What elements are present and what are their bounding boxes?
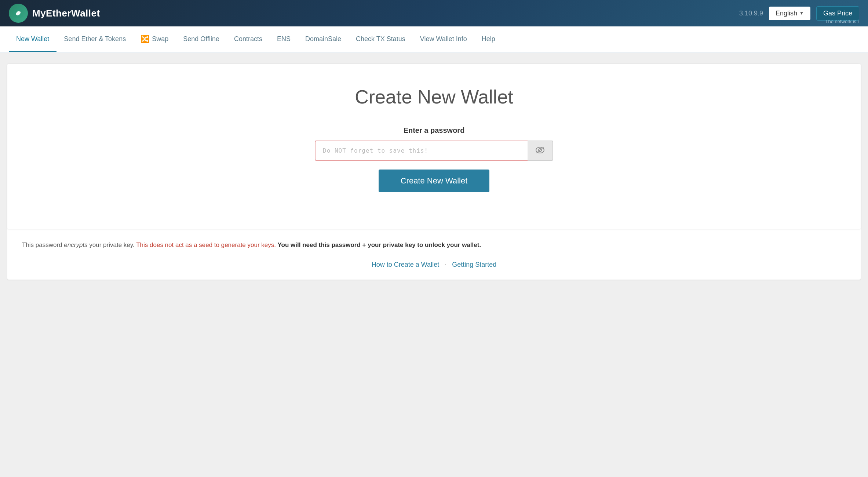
page-background: Create New Wallet Enter a password (0, 53, 868, 477)
nav-item-send-ether[interactable]: Send Ether & Tokens (56, 27, 133, 52)
info-text-bold: You will need this password + your priva… (276, 241, 481, 248)
version-label: 3.10.9.9 (739, 10, 763, 17)
nav-item-help[interactable]: Help (474, 27, 503, 52)
create-wallet-card: Create New Wallet Enter a password (7, 64, 861, 229)
info-text-3: your private key. (88, 241, 136, 248)
header: MyEtherWallet 3.10.9.9 English ▼ Gas Pri… (0, 0, 868, 26)
password-input-row (22, 141, 846, 161)
logo-icon (9, 4, 28, 23)
logo-area: MyEtherWallet (9, 4, 100, 23)
nav-item-swap[interactable]: 🔀 Swap (133, 26, 176, 52)
gas-price-button[interactable]: Gas Price (816, 6, 859, 21)
nav-item-view-wallet[interactable]: View Wallet Info (413, 27, 474, 52)
info-text-2: encrypts (64, 241, 87, 248)
main-nav: New Wallet Send Ether & Tokens 🔀 Swap Se… (0, 26, 868, 53)
app-name: MyEtherWallet (32, 8, 100, 19)
main-card: Create New Wallet Enter a password (7, 64, 861, 280)
link-separator: · (445, 261, 446, 268)
password-input[interactable] (315, 141, 528, 161)
nav-item-contracts[interactable]: Contracts (227, 27, 270, 52)
page-title: Create New Wallet (22, 86, 846, 108)
nav-item-check-tx[interactable]: Check TX Status (349, 27, 413, 52)
info-text-1: This password (22, 241, 64, 248)
getting-started-link[interactable]: Getting Started (452, 261, 496, 268)
create-wallet-button[interactable]: Create New Wallet (379, 170, 490, 192)
nav-item-domain-sale[interactable]: DomainSale (298, 27, 349, 52)
footer-area: This password encrypts your private key.… (7, 229, 861, 280)
nav-item-send-offline[interactable]: Send Offline (176, 27, 227, 52)
swap-icon: 🔀 (141, 34, 150, 43)
header-controls: 3.10.9.9 English ▼ Gas Price (739, 6, 859, 21)
info-text-red: This does not act as a seed to generate … (136, 241, 276, 248)
eye-icon (536, 146, 544, 156)
language-selector[interactable]: English ▼ (769, 7, 810, 20)
nav-item-new-wallet[interactable]: New Wallet (9, 27, 56, 52)
nav-item-ens[interactable]: ENS (270, 27, 298, 52)
footer-links: How to Create a Wallet · Getting Started (22, 261, 846, 269)
toggle-password-button[interactable] (528, 141, 553, 161)
language-label: English (776, 10, 797, 17)
chevron-down-icon: ▼ (799, 11, 804, 16)
network-status: The network is r (825, 19, 859, 24)
how-to-create-link[interactable]: How to Create a Wallet (372, 261, 441, 268)
info-text: This password encrypts your private key.… (22, 240, 846, 250)
password-label: Enter a password (22, 126, 846, 135)
